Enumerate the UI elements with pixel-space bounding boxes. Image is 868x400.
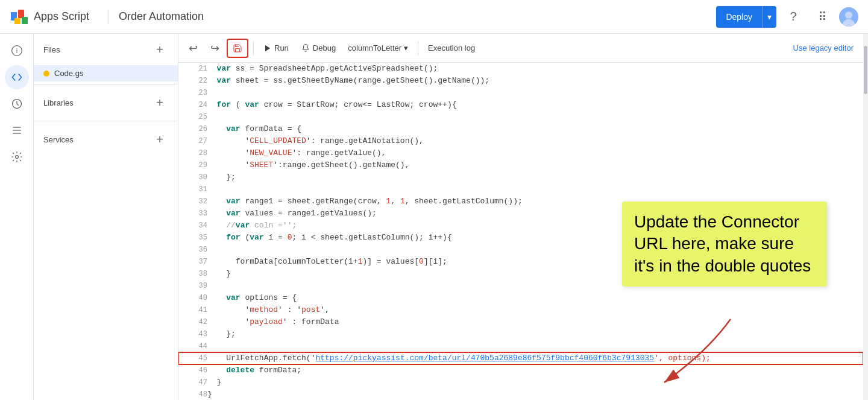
header: Apps Script Order Automation Deploy ▾ ? … [0,0,868,34]
libraries-label: Libraries [43,98,74,107]
settings-icon-btn[interactable] [5,145,29,169]
line-code: UrlFetchApp.fetch('https://pickyassist.c… [207,352,863,364]
function-name: columnToLetter [348,43,401,52]
line-number: 43 [178,328,207,340]
save-button[interactable] [227,39,248,58]
line-number: 24 [178,99,207,111]
line-number: 39 [178,280,207,292]
code-editor[interactable]: 21 var ss = SpreadsheetApp.getActiveSpre… [178,63,863,400]
file-name: Code.gs [54,69,83,78]
table-row: 47 } [178,376,863,389]
line-number: 32 [178,195,207,208]
line-number: 26 [178,123,207,135]
line-code [207,111,863,123]
redo-button[interactable]: ↪ [205,39,224,58]
line-code: for ( var crow = StartRow; crow<= LastRo… [207,99,863,111]
line-number: 34 [178,220,207,232]
svg-rect-1 [18,10,24,18]
clock-icon-btn[interactable] [5,92,29,116]
line-number: 28 [178,147,207,159]
deploy-label: Deploy [716,12,762,22]
line-number: 35 [178,232,207,244]
line-number: 44 [178,340,207,352]
file-item-code-gs[interactable]: Code.gs [34,65,178,81]
table-row: 21 var ss = SpreadsheetApp.getActiveSpre… [178,63,863,75]
libraries-section-header: Libraries + [34,87,178,118]
line-code: var options = { [207,292,863,304]
project-name: Order Automation [119,10,204,23]
code-icon-btn[interactable] [5,65,29,89]
line-code [207,87,863,99]
line-number: 45 [178,352,207,364]
add-library-button[interactable]: + [151,94,168,111]
line-number: 40 [178,292,207,304]
deploy-button[interactable]: Deploy ▾ [716,6,776,28]
line-code: delete formData; [207,364,863,376]
info-icon-btn[interactable]: i [5,39,29,63]
logo: Apps Script [10,7,89,27]
table-row: 44 [178,340,863,352]
list-icon-btn[interactable] [5,118,29,142]
line-code: 'CELL_UPDATED': range.getA1Notation(), [207,135,863,147]
svg-rect-2 [14,18,20,24]
run-label: Run [274,43,289,52]
table-row: 42 'payload' : formData [178,316,863,328]
add-service-button[interactable]: + [151,131,168,148]
annotation-arrow-icon [646,316,743,389]
toolbar-separator-2 [418,41,418,56]
table-row: 23 [178,87,863,99]
table-row: 48} [178,389,863,400]
line-code: 'payload' : formData [207,316,863,328]
debug-label: Debug [313,43,336,52]
line-code: }; [207,171,863,183]
run-button[interactable]: Run [259,40,294,56]
apps-grid-button[interactable]: ⠿ [810,5,834,29]
table-row: 22 var sheet = ss.getSheetByName(range.g… [178,75,863,87]
debug-button[interactable]: Debug [296,40,341,57]
execution-log-button[interactable]: Execution log [423,40,480,56]
editor-area: ↩ ↪ Run Debug columnToLetter ▾ Execution… [178,34,863,400]
svg-marker-14 [265,45,270,51]
line-number: 36 [178,244,207,256]
line-code: var ss = SpreadsheetApp.getActiveSpreads… [207,63,863,75]
app-name: Apps Script [34,10,89,23]
deploy-arrow-icon[interactable]: ▾ [762,6,776,28]
table-row: 29 'SHEET':range.getSheet().getName(), [178,159,863,171]
line-number: 37 [178,256,207,268]
undo-button[interactable]: ↩ [183,39,203,58]
services-section-header: Services + [34,124,178,155]
line-number: 23 [178,87,207,99]
apps-script-logo-icon [10,7,29,27]
line-code [207,340,863,352]
line-number: 47 [178,376,207,389]
sidebar-divider-1 [34,84,178,84]
table-row: 43 }; [178,328,863,340]
table-row: 41 'method' : 'post', [178,304,863,316]
line-number: 41 [178,304,207,316]
scrollbar[interactable] [863,34,868,400]
svg-text:i: i [16,47,17,54]
header-divider [108,10,109,24]
line-number: 48 [178,389,207,400]
function-selector[interactable]: columnToLetter ▾ [343,40,413,56]
avatar[interactable] [839,7,858,27]
svg-point-5 [845,11,852,19]
table-row: 27 'CELL_UPDATED': range.getA1Notation()… [178,135,863,147]
table-row: 25 [178,111,863,123]
files-sidebar: Files + Code.gs Libraries + Services + [34,34,178,400]
line-code: var formData = { [207,123,863,135]
table-row: 28 'NEW_VALUE': range.getValue(), [178,147,863,159]
line-code [207,183,863,195]
line-code: } [207,376,863,389]
annotation-text: Update the Connector URL here, make sure… [634,212,811,275]
line-number: 33 [178,208,207,220]
svg-rect-3 [22,17,28,24]
use-legacy-editor-button[interactable]: Use legacy editor [788,40,858,56]
line-number: 22 [178,75,207,87]
line-code: var sheet = ss.getSheetByName(range.getS… [207,75,863,87]
table-row: 26 var formData = { [178,123,863,135]
help-button[interactable]: ? [781,5,805,29]
line-number: 29 [178,159,207,171]
add-file-button[interactable]: + [151,41,168,58]
table-row: 31 [178,183,863,195]
